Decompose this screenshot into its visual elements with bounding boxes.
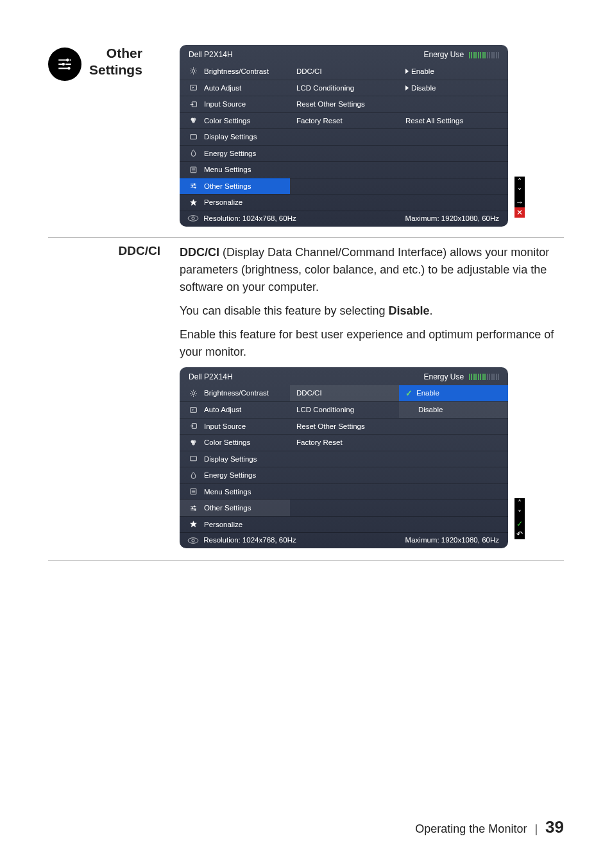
osd-menu-label: Display Settings	[204, 455, 257, 463]
osd-menu-label: Auto Adjust	[204, 84, 241, 92]
osd-sub-item[interactable]: DDC/CI	[290, 63, 399, 80]
osd-sub-item[interactable]: LCD Conditioning	[290, 401, 399, 418]
osd-empty	[399, 516, 508, 533]
section-title-ddcci: DDC/CI	[48, 244, 160, 258]
svg-line-35	[191, 390, 191, 391]
osd-value	[399, 161, 508, 178]
osd-nav-up[interactable]: ˄	[514, 498, 525, 508]
osd-menu-label: Color Settings	[204, 438, 250, 446]
osd-resolution: Resolution: 1024x768, 60Hz	[187, 536, 296, 544]
osd-menu-item[interactable]: Personalize	[180, 194, 290, 211]
svg-point-27	[194, 187, 196, 188]
osd-model: Dell P2X14H	[189, 50, 233, 59]
osd-menu-item[interactable]: Menu Settings	[180, 161, 290, 178]
osd-menu-label: Input Source	[204, 422, 246, 430]
osd-nav-back[interactable]: ↶	[514, 529, 525, 539]
svg-point-0	[66, 58, 69, 61]
osd-sub-item	[290, 467, 399, 483]
osd-menu-item[interactable]: Color Settings	[180, 112, 290, 129]
osd-resolution: Resolution: 1024x768, 60Hz	[187, 214, 296, 222]
osd-menu-label: Auto Adjust	[204, 406, 241, 413]
osd-menu-label: Energy Settings	[204, 471, 256, 479]
osd-value	[399, 178, 508, 195]
osd-menu-label: Brightness/Contrast	[204, 389, 269, 397]
osd-nav-down[interactable]: ˅	[514, 187, 525, 197]
svg-point-55	[188, 538, 198, 544]
osd-nav-right[interactable]: →	[514, 197, 525, 207]
osd-menu-item[interactable]: Auto Adjust	[180, 80, 290, 96]
osd-menu-item[interactable]: Input Source	[180, 418, 290, 435]
svg-point-29	[192, 217, 194, 220]
section-title-other2: Settings	[89, 62, 142, 78]
osd-sub-item[interactable]: LCD Conditioning	[290, 80, 399, 96]
svg-line-38	[195, 390, 196, 391]
osd-sub-item	[290, 128, 399, 145]
osd-nav-down[interactable]: ˅	[514, 508, 525, 519]
osd-menu-item[interactable]: Menu Settings	[180, 483, 290, 500]
osd-menu-item[interactable]: Brightness/Contrast	[180, 385, 290, 402]
display-icon	[187, 455, 199, 463]
svg-line-37	[191, 395, 191, 395]
osd-value: Reset All Settings	[399, 112, 508, 129]
osd-nav-up[interactable]: ˄	[514, 177, 525, 187]
osd-empty	[399, 451, 508, 467]
osd-nav-close[interactable]: ✕	[514, 207, 525, 218]
osd-sub-item[interactable]: DDC/CI	[290, 385, 399, 402]
osd-menu-item[interactable]: Auto Adjust	[180, 401, 290, 418]
osd-empty	[399, 418, 508, 435]
osd-menu-item[interactable]: Other Settings	[180, 178, 290, 195]
osd-menu-label: Other Settings	[204, 182, 251, 190]
osd-option[interactable]: ✓Enable	[399, 385, 508, 402]
osd-menu-item[interactable]: Color Settings	[180, 434, 290, 451]
osd-menu-item[interactable]: Display Settings	[180, 128, 290, 145]
svg-line-11	[195, 69, 196, 69]
osd-menu-label: Input Source	[204, 100, 246, 108]
svg-point-53	[191, 507, 192, 508]
brightness-icon	[187, 67, 199, 75]
osd-menu-item[interactable]: Energy Settings	[180, 145, 290, 162]
svg-point-16	[192, 120, 194, 123]
osd-sub-item	[290, 451, 399, 467]
star-icon	[187, 520, 199, 528]
svg-point-25	[194, 184, 195, 185]
osd-sub-item[interactable]: Reset Other Settings	[290, 96, 399, 112]
svg-line-9	[195, 73, 196, 73]
auto-icon	[187, 83, 199, 92]
osd-menu-label: Brightness/Contrast	[204, 67, 269, 75]
section-title-other: Other	[89, 45, 142, 62]
osd-nav-ok[interactable]: ✓	[514, 519, 525, 529]
osd-menu-item[interactable]: Personalize	[180, 516, 290, 533]
svg-point-26	[191, 186, 192, 187]
svg-point-43	[192, 442, 194, 445]
color-icon	[187, 116, 199, 125]
osd-menu-label: Display Settings	[204, 133, 257, 141]
osd-menu-label: Color Settings	[204, 117, 250, 125]
check-icon: ✓	[405, 388, 412, 398]
osd-menu-label: Energy Settings	[204, 150, 256, 157]
osd-menu-item[interactable]: Energy Settings	[180, 467, 290, 483]
osd-menu-item[interactable]: Other Settings	[180, 499, 290, 516]
osd-sub-item	[290, 194, 399, 211]
osd-menu-item[interactable]: Display Settings	[180, 451, 290, 467]
osd-empty	[399, 483, 508, 500]
svg-line-36	[195, 395, 196, 395]
osd-sub-item	[290, 145, 399, 162]
osd-sub-item[interactable]: Factory Reset	[290, 434, 399, 451]
osd-sub-item[interactable]: Factory Reset	[290, 112, 399, 129]
osd-energy: Energy Use	[423, 372, 499, 381]
osd-option[interactable]: Disable	[399, 401, 508, 418]
sliders-icon	[48, 48, 81, 81]
osd-panel-2: Dell P2X14H Energy Use Brightness/Contra…	[180, 367, 508, 549]
osd-sub-item[interactable]: Reset Other Settings	[290, 418, 399, 435]
osd-energy: Energy Use	[423, 50, 499, 59]
osd-value	[399, 145, 508, 162]
star-icon	[187, 198, 199, 207]
osd-panel-1: Dell P2X14H Energy Use Brightness/Contra…	[180, 45, 508, 227]
osd-sub-item	[290, 483, 399, 500]
menu-icon	[187, 166, 199, 174]
auto-icon	[187, 406, 199, 414]
osd-menu-item[interactable]: Brightness/Contrast	[180, 63, 290, 80]
osd-sub-item	[290, 161, 399, 178]
ddcci-desc-2: You can disable this feature by selectin…	[180, 302, 564, 320]
osd-menu-item[interactable]: Input Source	[180, 96, 290, 112]
